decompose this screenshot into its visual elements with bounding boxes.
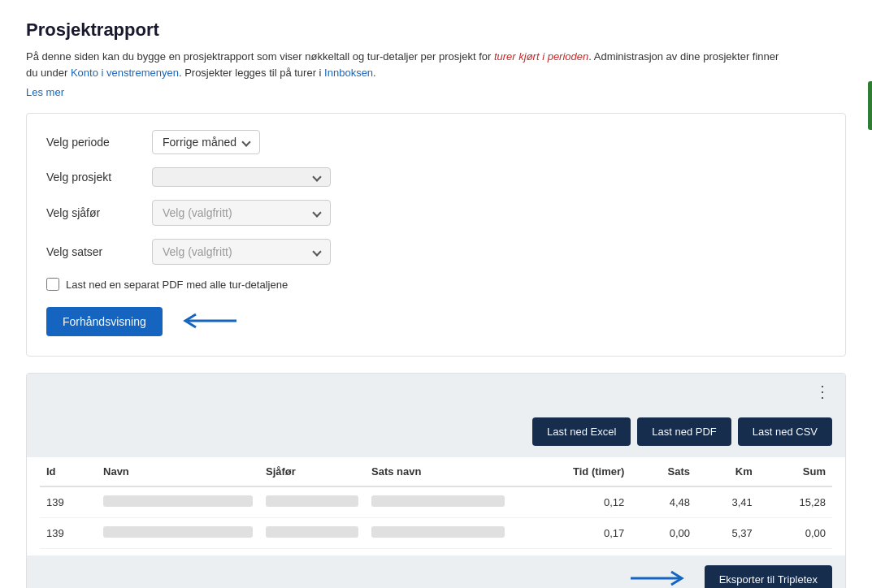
innboks-link[interactable]: Innboksen xyxy=(324,67,373,79)
cell-sats: 4,48 xyxy=(631,486,696,518)
les-mer-link[interactable]: Les mer xyxy=(26,86,64,98)
results-footer: Eksporter til Tripletex xyxy=(27,556,845,588)
velg-periode-button[interactable]: Forrige måned xyxy=(152,130,260,154)
velg-prosjekt-select[interactable] xyxy=(152,167,331,187)
arrow-left-container xyxy=(176,309,241,335)
preview-button[interactable]: Forhåndsvisning xyxy=(46,307,163,336)
results-table-section: Id Navn Sjåfør Sats navn Tid (timer) Sat… xyxy=(27,457,845,549)
form-section: Velg periode Forrige måned Velg prosjekt… xyxy=(26,113,846,357)
preview-row: Forhåndsvisning xyxy=(46,307,826,336)
three-dots-menu[interactable]: ⋮ xyxy=(814,382,832,401)
cell-sats-navn xyxy=(365,486,511,518)
pdf-checkbox-label: Last ned en separat PDF med alle tur-det… xyxy=(66,279,288,291)
cell-id: 139 xyxy=(40,518,97,549)
table-row: 139 0,12 4,48 3,41 15,28 xyxy=(40,486,832,518)
velg-satser-label: Velg satser xyxy=(46,245,152,258)
col-sats-navn: Sats navn xyxy=(365,457,511,486)
velg-satser-value: Velg (valgfritt) xyxy=(163,245,232,258)
download-csv-button[interactable]: Last ned CSV xyxy=(738,417,832,446)
chevron-down-icon xyxy=(312,172,321,181)
cell-sum: 15,28 xyxy=(759,486,832,518)
cell-km: 3,41 xyxy=(696,486,759,518)
col-navn: Navn xyxy=(97,457,259,486)
cell-sjaffor xyxy=(259,518,365,549)
arrow-left-icon xyxy=(176,309,241,332)
cell-navn xyxy=(97,518,259,549)
velg-sjaffor-label: Velg sjåfør xyxy=(46,206,152,219)
cell-tid: 0,12 xyxy=(511,486,631,518)
col-sum: Sum xyxy=(759,457,832,486)
table-header-row: Id Navn Sjåfør Sats navn Tid (timer) Sat… xyxy=(40,457,832,486)
velg-sjaffor-select[interactable]: Velg (valgfritt) xyxy=(152,200,331,226)
cell-id: 139 xyxy=(40,486,97,518)
col-sjaffor: Sjåfør xyxy=(259,457,365,486)
page-title: Prosjektrapport xyxy=(26,19,846,41)
results-header: ⋮ xyxy=(27,374,845,409)
velg-prosjekt-row: Velg prosjekt xyxy=(46,167,826,187)
pdf-checkbox[interactable] xyxy=(46,278,59,291)
velg-satser-row: Velg satser Velg (valgfritt) xyxy=(46,239,826,265)
velg-prosjekt-label: Velg prosjekt xyxy=(46,171,152,184)
col-id: Id xyxy=(40,457,97,486)
pdf-checkbox-row: Last ned en separat PDF med alle tur-det… xyxy=(46,278,826,291)
download-pdf-button[interactable]: Last ned PDF xyxy=(637,417,731,446)
results-table: Id Navn Sjåfør Sats navn Tid (timer) Sat… xyxy=(40,457,832,549)
col-sats: Sats xyxy=(631,457,696,486)
konto-link[interactable]: Konto i venstremenyen xyxy=(71,67,179,79)
chevron-down-icon xyxy=(241,137,250,146)
cell-sum: 0,00 xyxy=(759,518,832,549)
velg-sjaffor-row: Velg sjåfør Velg (valgfritt) xyxy=(46,200,826,226)
accent-bar xyxy=(868,81,872,130)
cell-sats-navn xyxy=(365,518,511,549)
velg-satser-select[interactable]: Velg (valgfritt) xyxy=(152,239,331,265)
col-tid: Tid (timer) xyxy=(511,457,631,486)
cell-navn xyxy=(97,486,259,518)
velg-periode-row: Velg periode Forrige måned xyxy=(46,130,826,154)
cell-sats: 0,00 xyxy=(631,518,696,549)
cell-sjaffor xyxy=(259,486,365,518)
cell-km: 5,37 xyxy=(696,518,759,549)
page-description: På denne siden kan du bygge en prosjektr… xyxy=(26,49,846,80)
chevron-down-icon xyxy=(312,208,321,217)
table-row: 139 0,17 0,00 5,37 0,00 xyxy=(40,518,832,549)
results-section: ⋮ Last ned Excel Last ned PDF Last ned C… xyxy=(26,373,846,588)
download-excel-button[interactable]: Last ned Excel xyxy=(532,417,631,446)
chevron-down-icon xyxy=(312,247,321,256)
arrow-right-icon xyxy=(627,569,692,588)
cell-tid: 0,17 xyxy=(511,518,631,549)
download-bar: Last ned Excel Last ned PDF Last ned CSV xyxy=(27,409,845,457)
export-tripletex-button[interactable]: Eksporter til Tripletex xyxy=(705,565,832,588)
velg-sjaffor-value: Velg (valgfritt) xyxy=(163,206,232,219)
arrow-right-container xyxy=(627,569,692,588)
col-km: Km xyxy=(696,457,759,486)
velg-periode-label: Velg periode xyxy=(46,136,152,149)
